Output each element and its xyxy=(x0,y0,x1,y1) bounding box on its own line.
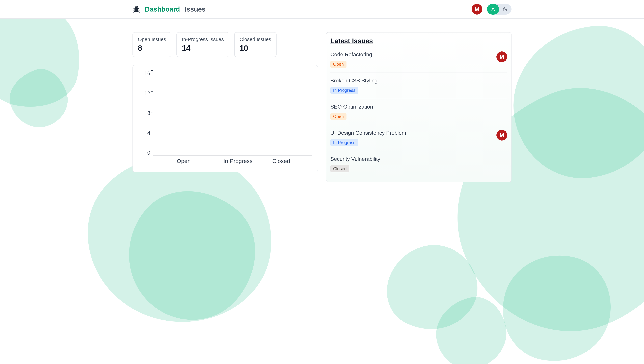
nav-dashboard[interactable]: Dashboard xyxy=(145,6,180,13)
stat-in-progress-issues: In-Progress Issues 14 xyxy=(176,32,229,57)
moon-icon xyxy=(499,4,511,14)
stat-value: 14 xyxy=(182,44,224,52)
issue-row[interactable]: UI Design Consistency ProblemIn Progress… xyxy=(330,125,507,151)
chart-y-axis: 1612840 xyxy=(138,71,153,166)
chart-y-tick: 0 xyxy=(147,150,150,156)
assignee-avatar[interactable]: M xyxy=(496,130,507,140)
stat-open-issues: Open Issues 8 xyxy=(132,32,171,57)
stat-label: Open Issues xyxy=(138,36,166,42)
left-column: Open Issues 8 In-Progress Issues 14 Clos… xyxy=(132,32,318,182)
status-badge: Open xyxy=(330,61,346,68)
bug-logo-icon xyxy=(132,5,140,13)
chart-plot-area xyxy=(153,71,312,156)
chart-y-tick: 12 xyxy=(144,90,150,96)
issue-row[interactable]: Broken CSS StylingIn Progress xyxy=(330,73,507,99)
issue-row[interactable]: Security VulnerabilityClosed xyxy=(330,151,507,177)
topbar: Dashboard Issues M xyxy=(0,0,644,19)
stat-value: 8 xyxy=(138,44,166,52)
chart-x-label: In Progress xyxy=(224,158,242,166)
stats-row: Open Issues 8 In-Progress Issues 14 Clos… xyxy=(132,32,318,57)
sun-icon xyxy=(487,4,499,14)
theme-toggle[interactable] xyxy=(487,4,512,14)
user-avatar[interactable]: M xyxy=(472,4,482,14)
issue-row[interactable]: SEO OptimizationOpen xyxy=(330,99,507,125)
status-badge: Closed xyxy=(330,165,349,172)
status-badge: In Progress xyxy=(330,139,358,146)
svg-point-3 xyxy=(492,8,494,10)
chart-x-label: Closed xyxy=(272,158,290,166)
status-badge: In Progress xyxy=(330,87,358,94)
issue-title: Security Vulnerability xyxy=(330,156,380,162)
panel-title: Latest Issues xyxy=(330,37,507,47)
issue-row[interactable]: Code RefactoringOpenM xyxy=(330,47,507,73)
chart-y-tick: 8 xyxy=(147,110,150,116)
chart-y-tick: 4 xyxy=(147,130,150,136)
issue-title: SEO Optimization xyxy=(330,104,373,110)
issues-bar-chart: 1612840 OpenIn ProgressClosed xyxy=(132,65,318,172)
stat-label: Closed Issues xyxy=(240,36,271,42)
issue-title: UI Design Consistency Problem xyxy=(330,130,406,136)
chart-x-label: Open xyxy=(175,158,193,166)
chart-x-axis: OpenIn ProgressClosed xyxy=(153,156,312,166)
issue-title: Broken CSS Styling xyxy=(330,78,377,84)
stat-value: 10 xyxy=(240,44,271,52)
status-badge: Open xyxy=(330,113,346,120)
stat-closed-issues: Closed Issues 10 xyxy=(234,32,277,57)
stat-label: In-Progress Issues xyxy=(182,36,224,42)
latest-issues-panel: Latest Issues Code RefactoringOpenMBroke… xyxy=(326,32,512,182)
assignee-avatar[interactable]: M xyxy=(496,52,507,62)
nav-issues[interactable]: Issues xyxy=(185,6,205,13)
chart-y-tick: 16 xyxy=(144,71,150,76)
issue-title: Code Refactoring xyxy=(330,52,372,58)
